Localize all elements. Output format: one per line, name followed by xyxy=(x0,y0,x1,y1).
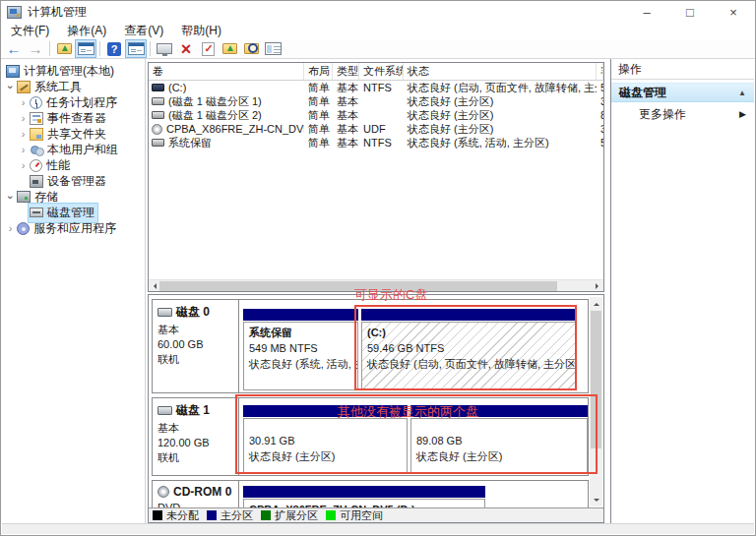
partition-color-bar xyxy=(410,405,588,417)
toolbar-separator xyxy=(150,41,151,56)
legend-swatch xyxy=(153,510,162,520)
volume-capacity: 8 xyxy=(597,108,603,122)
menu-view[interactable]: 查看(V) xyxy=(115,23,172,39)
delete-volume-button[interactable] xyxy=(175,39,197,58)
table-row-dvd[interactable]: CPBA_X86FRE_ZH-CN_DV5 (D:) 简单 基本 UDF 状态良… xyxy=(149,122,603,136)
chevron-right-icon[interactable]: › xyxy=(18,160,29,171)
column-filesystem[interactable]: 文件系统 xyxy=(359,63,404,80)
legend-label: 未分配 xyxy=(166,508,199,523)
vertical-scrollbar[interactable] xyxy=(590,297,602,506)
minimize-button[interactable]: – xyxy=(625,1,668,23)
disk-0-label[interactable]: 磁盘 0 基本 60.00 GB 联机 xyxy=(153,300,239,392)
column-type[interactable]: 类型 xyxy=(333,63,359,80)
actions-group-disk-management[interactable]: 磁盘管理 ▲ xyxy=(611,83,754,102)
properties-check-button[interactable] xyxy=(197,39,219,58)
scrollbar-thumb[interactable] xyxy=(159,281,557,291)
partition-size: 30.91 GB xyxy=(249,433,402,448)
disk-size: 120.00 GB xyxy=(158,436,233,450)
chevron-right-icon[interactable]: › xyxy=(5,223,16,234)
show-action-pane-button[interactable] xyxy=(125,39,147,58)
title-bar: 计算机管理 – □ × xyxy=(1,1,755,23)
back-button[interactable] xyxy=(3,39,25,58)
legend-free: 可用空间 xyxy=(326,508,383,523)
menu-help[interactable]: 帮助(H) xyxy=(172,23,230,39)
action-pane-icon xyxy=(128,42,145,55)
column-status[interactable]: 状态 xyxy=(404,63,597,80)
details-pane-button[interactable] xyxy=(262,39,284,58)
partition-c[interactable]: (C:) 59.46 GB NTFS 状态良好 (启动, 页面文件, 故障转储,… xyxy=(361,309,577,390)
volume-fs xyxy=(359,94,404,108)
column-capacity[interactable]: 容量 xyxy=(597,63,603,80)
users-icon xyxy=(30,144,43,156)
task-scheduler-icon xyxy=(30,96,42,109)
scroll-right-arrow[interactable] xyxy=(592,280,603,292)
show-console-tree-button[interactable] xyxy=(75,39,96,58)
partition-status: 状态良好 (主分区) xyxy=(249,448,402,464)
monitor-button[interactable] xyxy=(154,39,175,58)
help-button[interactable] xyxy=(103,39,125,58)
submenu-arrow-icon: ▶ xyxy=(739,109,746,119)
disk-type: 基本 xyxy=(158,421,233,436)
scroll-down-arrow[interactable] xyxy=(590,494,602,506)
column-layout[interactable]: 布局 xyxy=(304,63,333,80)
actions-pane: 操作 磁盘管理 ▲ 更多操作 ▶ xyxy=(610,59,754,523)
menu-action[interactable]: 操作(A) xyxy=(58,23,115,39)
volume-type: 基本 xyxy=(333,94,359,108)
up-folder-button[interactable] xyxy=(53,39,75,58)
volume-fs: NTFS xyxy=(359,136,404,149)
partition-system-reserved[interactable]: 系统保留 549 MB NTFS 状态良好 (系统, 活动, 主分区) xyxy=(243,309,358,390)
volume-layout: 简单 xyxy=(304,81,333,94)
chevron-down-icon[interactable]: › xyxy=(5,192,16,203)
chevron-down-icon[interactable]: › xyxy=(5,82,16,92)
table-row-disk1-part2[interactable]: (磁盘 1 磁盘分区 2) 简单 基本 状态良好 (主分区) 8 xyxy=(149,108,603,122)
maximize-button[interactable]: □ xyxy=(668,1,712,23)
tree-label: 服务和应用程序 xyxy=(33,220,116,237)
table-row-system-reserved[interactable]: 系统保留 简单 基本 NTFS 状态良好 (系统, 活动, 主分区) 5 xyxy=(149,136,603,149)
collapse-icon[interactable]: ▲ xyxy=(738,89,746,97)
window-title: 计算机管理 xyxy=(28,4,87,21)
close-button[interactable]: × xyxy=(712,1,755,23)
chevron-right-icon[interactable]: › xyxy=(18,113,29,124)
menu-file[interactable]: 文件(F) xyxy=(2,23,58,39)
volume-name: (C:) xyxy=(168,81,186,94)
services-icon xyxy=(17,222,30,235)
more-actions-item[interactable]: 更多操作 ▶ xyxy=(611,102,754,126)
table-row-c[interactable]: (C:) 简单 基本 NTFS 状态良好 (启动, 页面文件, 故障转储, 主分… xyxy=(149,81,603,94)
partition-size: 89.08 GB xyxy=(416,433,582,448)
scroll-up-arrow[interactable] xyxy=(590,297,602,310)
volume-disk-icon xyxy=(152,111,164,119)
search-folder-button[interactable] xyxy=(240,39,262,58)
scrollbar-thumb[interactable] xyxy=(591,311,601,448)
app-icon xyxy=(7,6,22,19)
graphical-view: 磁盘 0 基本 60.00 GB 联机 系统保留 549 MB NTFS 状态良… xyxy=(148,294,604,523)
column-volume[interactable]: 卷 xyxy=(149,63,304,80)
forward-button[interactable] xyxy=(25,39,46,58)
help-icon xyxy=(107,42,121,56)
tree-item-local-users-groups[interactable]: › 本地用户和组 xyxy=(2,142,145,157)
volume-disk-icon xyxy=(152,84,164,91)
volume-status: 状态良好 (主分区) xyxy=(404,122,597,136)
volume-list: 卷 布局 类型 文件系统 状态 容量 (C:) 简单 基本 NTFS 状态良好 … xyxy=(148,62,604,292)
chevron-right-icon[interactable]: › xyxy=(18,129,29,140)
table-row-disk1-part1[interactable]: (磁盘 1 磁盘分区 1) 简单 基本 状态良好 (主分区) 3 xyxy=(149,94,603,108)
legend-swatch xyxy=(207,510,217,520)
chevron-right-icon[interactable]: › xyxy=(18,145,29,155)
cd-icon xyxy=(158,486,169,498)
partition-disk1-1[interactable]: 30.91 GB 状态良好 (主分区) xyxy=(243,405,408,473)
partition-color-bar xyxy=(243,486,485,498)
tree-item-services-applications[interactable]: › 服务和应用程序 xyxy=(2,220,145,236)
disk-1-label[interactable]: 磁盘 1 基本 120.00 GB 联机 xyxy=(153,398,239,475)
horizontal-scrollbar[interactable] xyxy=(149,279,603,291)
performance-icon xyxy=(30,159,42,172)
volume-capacity: 5 xyxy=(597,81,603,94)
monitor-icon xyxy=(157,43,172,54)
open-folder-button[interactable] xyxy=(219,39,240,58)
volume-fs: NTFS xyxy=(359,81,404,94)
chevron-right-icon[interactable]: › xyxy=(18,97,29,108)
back-icon xyxy=(7,41,22,57)
volume-status: 状态良好 (启动, 页面文件, 故障转储, 主分区) xyxy=(404,81,597,94)
event-viewer-icon xyxy=(30,112,43,125)
volume-type: 基本 xyxy=(333,122,359,136)
partition-status: 状态良好 (系统, 活动, 主分区) xyxy=(249,356,352,372)
partition-disk1-2[interactable]: 89.08 GB 状态良好 (主分区) xyxy=(410,405,588,473)
